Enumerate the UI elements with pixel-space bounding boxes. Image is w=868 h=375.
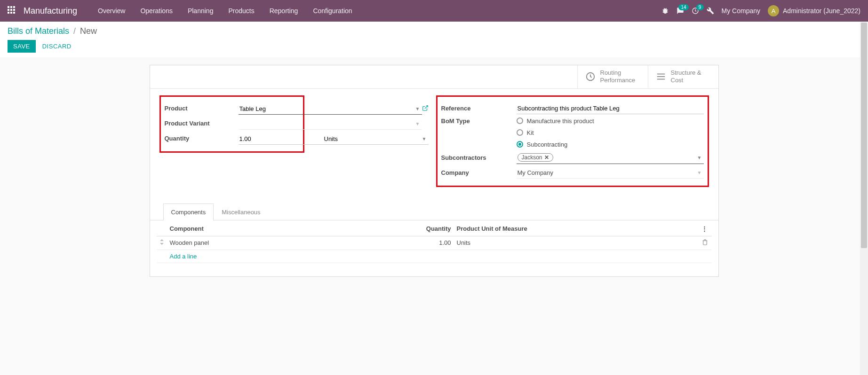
quantity-field[interactable]: [239, 133, 323, 145]
company-field[interactable]: My Company: [517, 167, 704, 179]
scrollbar[interactable]: [860, 22, 868, 284]
svg-rect-4: [657, 79, 665, 80]
nav-planning[interactable]: Planning: [180, 7, 221, 15]
notebook: Components Miscellaneous Component Quant…: [150, 203, 718, 276]
radio-manufacture[interactable]: Manufacture this product: [517, 117, 594, 125]
radio-subcontracting[interactable]: Subcontracting: [517, 141, 594, 148]
reference-field[interactable]: [517, 103, 704, 114]
control-panel: Bills of Materials / New SAVE DISCARD: [0, 22, 868, 57]
main-area: Routing Performance Structure & Cost Pro…: [0, 57, 868, 284]
product-label: Product: [165, 105, 240, 112]
avatar: A: [768, 5, 779, 16]
col-quantity[interactable]: Quantity: [398, 221, 454, 236]
radio-kit[interactable]: Kit: [517, 129, 594, 136]
variant-field[interactable]: [239, 118, 422, 130]
col-uom[interactable]: Product Unit of Measure: [454, 221, 699, 236]
breadcrumb-current: New: [80, 26, 97, 36]
debug-icon[interactable]: [661, 7, 669, 15]
product-field[interactable]: [239, 103, 422, 115]
add-line-row: Add a line: [157, 250, 712, 263]
external-link-icon[interactable]: [422, 105, 429, 113]
tools-icon[interactable]: [707, 7, 714, 15]
form-body: Product Product Variant Quantity ▼: [150, 89, 718, 203]
svg-rect-3: [657, 76, 665, 77]
tag-text: Jackson: [522, 154, 542, 161]
quantity-label: Quantity: [165, 135, 240, 142]
app-name[interactable]: Manufacturing: [24, 6, 77, 16]
nav-configuration[interactable]: Configuration: [305, 7, 359, 15]
company-label: Company: [441, 169, 517, 176]
tab-miscellaneous[interactable]: Miscellaneous: [214, 203, 268, 220]
col-menu[interactable]: ⋮: [699, 221, 712, 236]
highlight-right: Reference BoM Type Manufacture this prod…: [436, 95, 709, 187]
nav-right: 14 9 My Company A Administrator (June_20…: [661, 5, 860, 16]
top-nav: Manufacturing Overview Operations Planni…: [0, 0, 868, 22]
subcontractor-tag[interactable]: Jackson ✕: [518, 153, 553, 162]
radio-icon: [517, 129, 523, 136]
stat-line1: Structure &: [671, 69, 701, 77]
list-icon: [656, 71, 666, 82]
messages-badge: 14: [678, 4, 688, 10]
routing-performance-button[interactable]: Routing Performance: [577, 65, 648, 88]
activities-badge: 9: [696, 4, 704, 10]
clock-icon: [585, 71, 596, 82]
breadcrumb-separator: /: [73, 26, 76, 36]
radio-label: Manufacture this product: [527, 117, 594, 125]
caret-down-icon: ▼: [415, 121, 420, 126]
tag-remove-icon[interactable]: ✕: [544, 154, 549, 161]
table-row[interactable]: Wooden panel 1.00 Units: [157, 236, 712, 250]
col-component[interactable]: Component: [167, 221, 398, 236]
variant-label: Product Variant: [165, 120, 240, 127]
bomtype-label: BoM Type: [441, 117, 517, 125]
form-left-col: Product Product Variant Quantity ▼: [163, 100, 429, 192]
nav-overview[interactable]: Overview: [90, 7, 133, 15]
cell-uom[interactable]: Units: [454, 236, 699, 250]
username: Administrator (June_2022): [783, 7, 860, 15]
uom-field[interactable]: [323, 133, 429, 145]
bomtype-radio-group: Manufacture this product Kit Subcontract…: [517, 117, 594, 148]
caret-down-icon: ▼: [697, 170, 702, 175]
breadcrumb-parent[interactable]: Bills of Materials: [8, 26, 69, 36]
nav-products[interactable]: Products: [221, 7, 262, 15]
action-buttons: SAVE DISCARD: [8, 40, 860, 57]
caret-down-icon: ▼: [697, 155, 702, 160]
drag-handle-icon[interactable]: [157, 236, 167, 250]
stat-line2: Cost: [671, 77, 701, 84]
breadcrumb: Bills of Materials / New: [8, 26, 860, 40]
scroll-thumb[interactable]: [861, 23, 867, 248]
stat-line1: Routing: [600, 69, 635, 77]
form-sheet: Routing Performance Structure & Cost Pro…: [150, 65, 719, 277]
components-table: Component Quantity Product Unit of Measu…: [157, 221, 712, 263]
delete-row-icon[interactable]: [699, 236, 712, 250]
company-selector[interactable]: My Company: [722, 7, 760, 15]
stat-text: Structure & Cost: [671, 69, 701, 85]
cell-quantity[interactable]: 1.00: [398, 236, 454, 250]
radio-label: Kit: [527, 129, 534, 136]
col-drag: [157, 221, 167, 236]
radio-icon: [517, 141, 523, 148]
subcontractors-label: Subcontractors: [441, 154, 517, 161]
radio-label: Subcontracting: [527, 141, 568, 148]
stat-text: Routing Performance: [600, 69, 635, 85]
save-button[interactable]: SAVE: [8, 40, 36, 53]
activities-icon[interactable]: 9: [692, 7, 699, 15]
nav-operations[interactable]: Operations: [133, 7, 180, 15]
apps-icon[interactable]: [8, 6, 17, 16]
radio-icon: [517, 117, 523, 124]
subcontractors-field[interactable]: Jackson ✕ ▼: [517, 152, 704, 164]
structure-cost-button[interactable]: Structure & Cost: [648, 65, 718, 88]
tab-row: Components Miscellaneous: [150, 203, 718, 220]
messages-icon[interactable]: 14: [677, 7, 684, 15]
nav-menu: Overview Operations Planning Products Re…: [90, 7, 360, 15]
cell-component[interactable]: Wooden panel: [167, 236, 398, 250]
add-line-link[interactable]: Add a line: [170, 253, 197, 260]
nav-reporting[interactable]: Reporting: [262, 7, 306, 15]
button-box: Routing Performance Structure & Cost: [150, 65, 718, 89]
svg-rect-2: [657, 74, 665, 75]
discard-button[interactable]: DISCARD: [42, 43, 72, 50]
tab-components[interactable]: Components: [163, 203, 214, 220]
stat-line2: Performance: [600, 77, 635, 84]
form-right-col: Reference BoM Type Manufacture this prod…: [440, 100, 705, 192]
reference-label: Reference: [441, 105, 517, 112]
user-menu[interactable]: A Administrator (June_2022): [768, 5, 860, 16]
